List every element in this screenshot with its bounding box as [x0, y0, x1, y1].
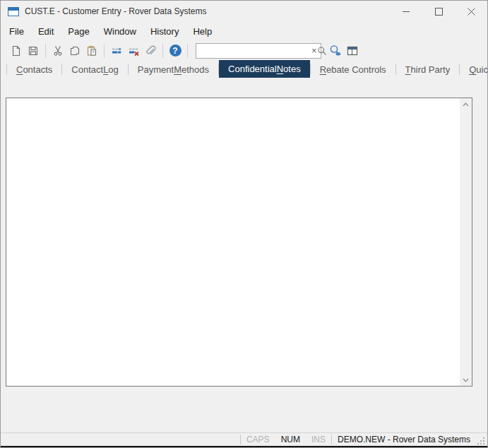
close-button[interactable] — [455, 1, 487, 22]
tab-payment-methods[interactable]: Payment Methods — [129, 62, 218, 77]
notes-textarea[interactable] — [6, 98, 460, 386]
search-clear-icon[interactable]: × — [311, 44, 317, 58]
menu-edit[interactable]: Edit — [31, 23, 61, 40]
cut-icon[interactable] — [49, 43, 66, 59]
scroll-down-icon[interactable] — [460, 374, 472, 386]
menu-file[interactable]: File — [2, 23, 31, 40]
paste-icon[interactable] — [83, 43, 100, 59]
toolbar-separator — [162, 44, 163, 58]
menu-page[interactable]: Page — [61, 23, 96, 40]
caps-indicator: CAPS — [241, 435, 275, 444]
scroll-up-icon[interactable] — [460, 98, 472, 110]
tab-third-party[interactable]: Third Party — [396, 62, 460, 77]
search-box: × — [196, 43, 321, 59]
status-bar: CAPS NUM INS DEMO.NEW - Rover Data Syste… — [1, 432, 487, 446]
title-bar: CUST.E - Customer Entry - Rover Data Sys… — [1, 1, 487, 22]
tab-confidential-notes[interactable]: Confidential Notes — [219, 60, 310, 78]
search-icon[interactable] — [317, 44, 327, 58]
tab-contacts[interactable]: Contacts — [7, 62, 61, 77]
notes-scrollbar[interactable] — [460, 98, 472, 386]
minimize-button[interactable] — [390, 1, 422, 22]
search-input[interactable] — [196, 44, 311, 58]
toolbar: ? × — [1, 41, 487, 60]
lookup-icon[interactable] — [327, 43, 344, 59]
status-message: DEMO.NEW - Rover Data Systems — [332, 435, 476, 444]
copy-icon[interactable] — [66, 43, 83, 59]
ins-indicator: INS — [306, 435, 331, 444]
tab-content-confidential-notes — [1, 78, 487, 432]
tab-quick-lists[interactable]: Quick Lists — [460, 62, 488, 77]
panes-icon[interactable] — [344, 43, 361, 59]
toolbar-separator — [45, 44, 46, 58]
app-window-icon — [8, 7, 19, 16]
help-icon[interactable]: ? — [167, 43, 184, 59]
menu-history[interactable]: History — [143, 23, 186, 40]
num-indicator: NUM — [275, 435, 306, 444]
save-icon[interactable] — [25, 43, 42, 59]
notes-panel — [6, 98, 472, 387]
app-window: CUST.E - Customer Entry - Rover Data Sys… — [0, 0, 488, 448]
toolbar-separator — [104, 44, 105, 58]
tab-strip: ContactsContact LogPayment MethodsConfid… — [1, 60, 487, 78]
tab-contact-log[interactable]: Contact Log — [62, 62, 128, 77]
tab-rebate-controls[interactable]: Rebate Controls — [311, 62, 395, 77]
resize-grip[interactable] — [476, 436, 486, 446]
delete-line-icon[interactable] — [125, 43, 142, 59]
new-document-icon[interactable] — [8, 43, 25, 59]
attachment-icon[interactable] — [142, 43, 159, 59]
insert-line-icon[interactable] — [108, 43, 125, 59]
maximize-button[interactable] — [422, 1, 455, 22]
menu-bar: File Edit Page Window History Help — [1, 22, 487, 41]
toolbar-separator — [187, 44, 188, 58]
window-title: CUST.E - Customer Entry - Rover Data Sys… — [25, 6, 206, 16]
menu-help[interactable]: Help — [186, 23, 219, 40]
menu-window[interactable]: Window — [97, 23, 143, 40]
